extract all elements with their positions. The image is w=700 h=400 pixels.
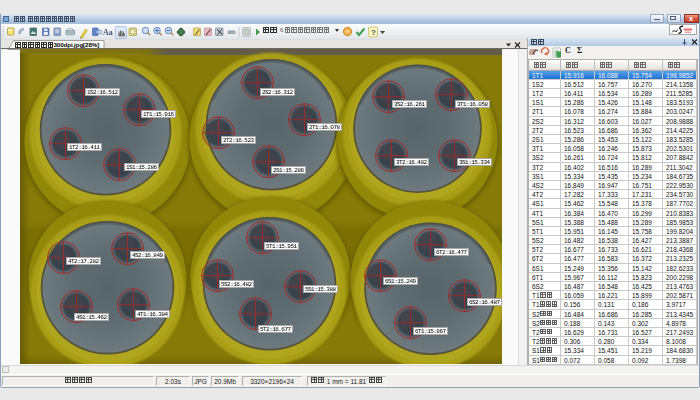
svg-text:?: ?	[371, 28, 376, 37]
svg-text:Aa: Aa	[103, 28, 113, 37]
